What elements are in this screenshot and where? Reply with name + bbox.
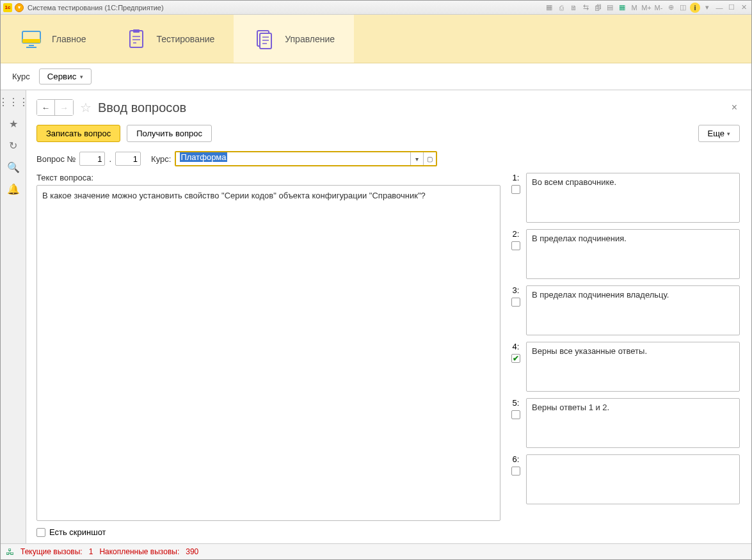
window-title: Система тестирования (1С:Предприятие): [28, 4, 164, 12]
answer-checkbox[interactable]: [511, 410, 520, 419]
print-icon[interactable]: ⎙: [556, 3, 566, 13]
bell-icon[interactable]: 🔔: [7, 182, 20, 195]
clipboard-icon: [125, 28, 148, 51]
answer-item: 5: Верны ответы 1 и 2.: [509, 398, 740, 448]
answer-num: 2:: [513, 229, 520, 239]
main-columns: Текст вопроса: Есть скриншот 1: Во всем …: [36, 173, 740, 537]
calc-icon[interactable]: ▤: [605, 3, 615, 13]
service-button[interactable]: Сервис: [39, 68, 92, 84]
answer-item: 3: В пределах подчинения владельцу.: [509, 285, 740, 335]
question-column: Текст вопроса: Есть скриншот: [36, 173, 500, 537]
answer-checkbox[interactable]: [511, 354, 520, 363]
content: ← → ☆ Ввод вопросов × Записать вопрос По…: [26, 90, 751, 543]
save-icon[interactable]: ▦: [544, 3, 554, 13]
dot: .: [109, 154, 111, 164]
answer-text[interactable]: Верны все указанные ответы.: [526, 342, 740, 392]
course-dropdown-icon[interactable]: ▾: [410, 152, 423, 165]
info-icon[interactable]: i: [690, 3, 700, 13]
question-text-label: Текст вопроса:: [36, 173, 500, 182]
back-button[interactable]: ←: [37, 100, 55, 115]
answer-text[interactable]: В пределах подчинения владельцу.: [526, 285, 740, 335]
course-link[interactable]: Курс: [12, 72, 30, 81]
minimize-icon[interactable]: —: [714, 3, 724, 13]
status-icon: 🖧: [6, 547, 14, 557]
mplus-icon[interactable]: M+: [641, 3, 652, 13]
toolbar: Записать вопрос Получить вопрос Еще: [36, 125, 740, 142]
screenshot-row: Есть скриншот: [36, 527, 500, 537]
nav-testing[interactable]: Тестирование: [106, 15, 234, 63]
answer-text[interactable]: Верны ответы 1 и 2.: [526, 398, 740, 448]
course-open-icon[interactable]: ▢: [423, 152, 436, 165]
subbar: Курс Сервис: [1, 63, 751, 90]
nav-label: Тестирование: [157, 34, 215, 44]
page-title: Ввод вопросов: [98, 100, 186, 115]
favorite-star-icon[interactable]: ☆: [80, 100, 92, 115]
course-select[interactable]: Платформа ▾ ▢: [175, 151, 437, 166]
answer-item: 4: Верны все указанные ответы.: [509, 342, 740, 392]
answer-checkbox[interactable]: [511, 185, 520, 194]
m-icon[interactable]: M: [629, 3, 639, 13]
main-nav: Главное Тестирование Управление: [1, 15, 751, 63]
course-input[interactable]: Платформа: [176, 152, 410, 165]
answer-checkbox[interactable]: [511, 298, 520, 307]
answer-num: 5:: [513, 398, 520, 408]
answer-num: 1:: [513, 173, 520, 182]
titlebar: 1c Система тестирования (1С:Предприятие)…: [1, 1, 751, 15]
statusbar: 🖧 Текущие вызовы: 1 Накопленные вызовы: …: [1, 543, 751, 559]
doc-icon[interactable]: 🗐: [593, 3, 603, 13]
answer-item: 2: В пределах подчинения.: [509, 229, 740, 279]
left-sidebar: ⋮⋮⋮ ★ ↻ 🔍 🔔: [1, 90, 26, 543]
mminus-icon[interactable]: M-: [653, 3, 664, 13]
question-num2-input[interactable]: [115, 152, 141, 166]
question-num1-input[interactable]: [79, 152, 105, 166]
star-icon[interactable]: ★: [7, 117, 20, 130]
workspace: ⋮⋮⋮ ★ ↻ 🔍 🔔 ← → ☆ Ввод вопросов × Записа…: [1, 90, 751, 543]
documents-icon: [253, 28, 276, 51]
save-question-button[interactable]: Записать вопрос: [36, 125, 120, 142]
forward-button[interactable]: →: [55, 100, 73, 115]
nav-management[interactable]: Управление: [234, 15, 354, 63]
nav-arrows: ← →: [36, 99, 74, 116]
app-logo-icon: 1c: [3, 3, 12, 12]
answer-text[interactable]: Во всем справочнике.: [526, 173, 740, 223]
answer-item: 6:: [509, 454, 740, 504]
get-question-button[interactable]: Получить вопрос: [127, 125, 212, 142]
svg-rect-10: [260, 33, 271, 49]
zoom-icon[interactable]: ⊕: [666, 3, 676, 13]
answer-text[interactable]: В пределах подчинения.: [526, 229, 740, 279]
service-label: Сервис: [47, 72, 77, 81]
question-num-label: Вопрос №: [36, 154, 76, 164]
history-icon[interactable]: ↻: [7, 139, 20, 152]
accum-calls-value: 390: [186, 547, 198, 556]
answer-checkbox[interactable]: [511, 241, 520, 250]
search-icon[interactable]: 🔍: [7, 161, 20, 173]
question-number-row: Вопрос № . Курс: Платформа ▾ ▢: [36, 151, 740, 166]
close-page-icon[interactable]: ×: [729, 102, 740, 113]
info-drop-icon[interactable]: ▾: [702, 3, 712, 13]
panels-icon[interactable]: ◫: [678, 3, 688, 13]
answer-num: 4:: [513, 342, 520, 351]
answer-text[interactable]: [526, 454, 740, 504]
compare-icon[interactable]: ⇆: [580, 3, 591, 13]
answer-checkbox[interactable]: [511, 467, 520, 476]
answers-column: 1: Во всем справочнике. 2: В пределах по…: [509, 173, 740, 537]
answer-num: 3:: [513, 285, 520, 295]
nav-label: Управление: [285, 34, 335, 44]
svg-rect-4: [130, 31, 143, 47]
more-button[interactable]: Еще: [698, 125, 740, 142]
screenshot-label: Есть скриншот: [49, 527, 106, 537]
preview-icon[interactable]: 🗎: [568, 3, 579, 13]
current-calls-value: 1: [89, 547, 93, 556]
close-icon[interactable]: ✕: [739, 3, 749, 13]
nav-main[interactable]: Главное: [1, 15, 106, 63]
svg-rect-1: [22, 39, 40, 43]
answer-item: 1: Во всем справочнике.: [509, 173, 740, 223]
app-menu-dropdown[interactable]: [15, 3, 24, 12]
svg-rect-5: [133, 29, 140, 33]
calendar-icon[interactable]: ▦: [617, 3, 627, 13]
question-text-input[interactable]: [36, 185, 500, 521]
screenshot-checkbox[interactable]: [36, 528, 45, 537]
maximize-icon[interactable]: ☐: [726, 3, 737, 13]
apps-icon[interactable]: ⋮⋮⋮: [7, 95, 20, 108]
answer-num: 6:: [513, 454, 520, 464]
